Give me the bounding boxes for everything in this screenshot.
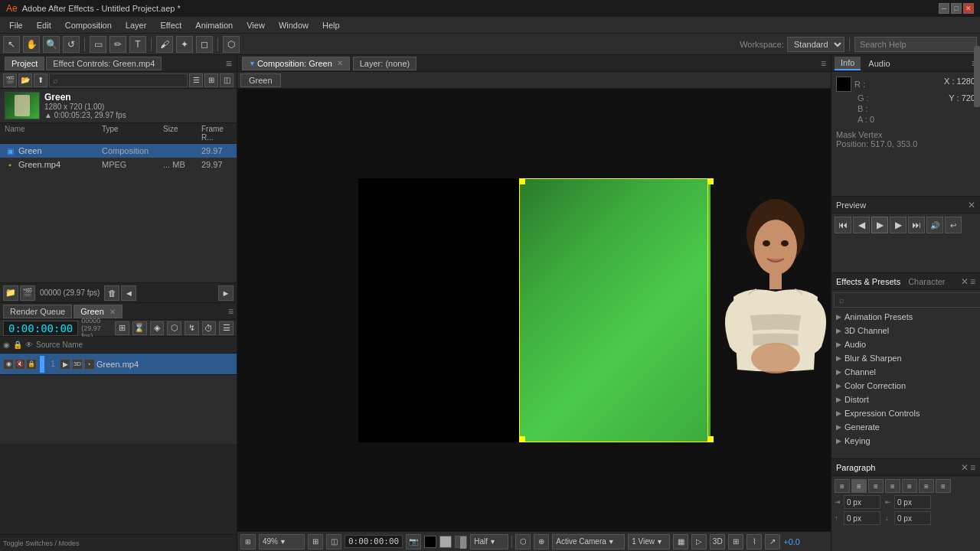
comp-tab-close[interactable]: ✕ xyxy=(337,59,343,67)
tab-effects-presets[interactable]: Effects & Presets xyxy=(836,277,900,286)
comp-panel-menu[interactable]: ≡ xyxy=(821,58,826,69)
menu-edit[interactable]: Edit xyxy=(31,19,57,31)
comp-btn-pixel[interactable]: ⊕ xyxy=(534,534,549,549)
tl-btn-5[interactable]: ↯ xyxy=(185,321,199,335)
layer-expand-icon[interactable]: ▶ xyxy=(60,359,70,370)
tool-select[interactable]: ↖ xyxy=(3,36,20,53)
close-button[interactable]: ✕ xyxy=(963,3,974,14)
tl-btn-1[interactable]: ⊞ xyxy=(115,321,129,335)
tool-clone[interactable]: ✦ xyxy=(176,36,193,53)
effects-scrollbar[interactable] xyxy=(974,273,980,459)
open-folder-button[interactable]: 📂 xyxy=(18,73,32,87)
tool-zoom[interactable]: 🔍 xyxy=(43,36,60,53)
effect-category-blur[interactable]: ▶ Blur & Sharpen xyxy=(831,351,980,365)
tl-btn-7[interactable]: ☰ xyxy=(219,321,234,335)
prev-button[interactable]: ◄ xyxy=(121,285,136,301)
effect-category-color-correction[interactable]: ▶ Color Correction xyxy=(831,379,980,393)
new-folder-button[interactable]: 📁 xyxy=(3,285,18,301)
preview-play-stop[interactable]: ▶ xyxy=(871,217,888,233)
comp-btn-extra[interactable]: ↗ xyxy=(765,534,780,549)
justify-right-button[interactable]: ≡ xyxy=(919,479,934,493)
menu-file[interactable]: File xyxy=(3,19,29,31)
selection-corner-br[interactable] xyxy=(707,436,714,442)
project-search-input[interactable] xyxy=(49,73,188,87)
tab-project[interactable]: Project xyxy=(5,57,44,70)
justify-full-button[interactable]: ≡ xyxy=(936,479,951,493)
tool-hand[interactable]: ✋ xyxy=(23,36,40,53)
menu-view[interactable]: View xyxy=(240,19,271,31)
preview-audio[interactable]: 🔊 xyxy=(926,217,943,233)
camera-select[interactable]: Active Camera ▼ xyxy=(552,534,625,549)
tab-audio[interactable]: Audio xyxy=(862,57,896,70)
effect-category-animation[interactable]: ▶ Animation Presets xyxy=(831,310,980,324)
tool-puppet[interactable]: ⬡ xyxy=(223,36,240,53)
tab-character[interactable]: Character xyxy=(908,277,945,286)
selection-corner-tr[interactable] xyxy=(707,178,714,184)
tab-info[interactable]: Info xyxy=(835,57,861,70)
workspace-select[interactable]: Standard xyxy=(787,37,844,52)
layer-lock-icon[interactable]: 🔒 xyxy=(26,359,37,370)
comp-first-frame[interactable]: ⊞ xyxy=(240,534,256,549)
next-button[interactable]: ► xyxy=(218,285,234,301)
tool-rotate[interactable]: ↺ xyxy=(63,36,80,53)
effect-category-generate[interactable]: ▶ Generate xyxy=(831,420,980,434)
view-select[interactable]: 1 View ▼ xyxy=(628,534,670,549)
comp-btn-transparency[interactable]: ⬡ xyxy=(515,534,531,549)
tab-render-queue[interactable]: Render Queue xyxy=(3,305,72,318)
effects-search-input[interactable] xyxy=(834,292,980,308)
list-item[interactable]: ▪ Green.mp4 MPEG ... MB 29.97 xyxy=(0,158,237,171)
align-left-button[interactable]: ≡ xyxy=(835,479,850,493)
comp-btn-grid2[interactable]: ⊞ xyxy=(728,534,743,549)
timeline-panel-menu[interactable]: ≡ xyxy=(228,306,234,317)
tool-brush[interactable]: 🖌 xyxy=(156,36,173,53)
delete-button[interactable]: 🗑 xyxy=(104,285,119,301)
comp-tab-layer[interactable]: Layer: (none) xyxy=(353,57,416,70)
effects-close-icon[interactable]: ✕ xyxy=(961,276,969,287)
preview-first-frame[interactable]: ⏮ xyxy=(835,217,851,233)
align-center-button[interactable]: ≡ xyxy=(851,479,867,493)
preview-prev-frame[interactable]: ◀ xyxy=(853,217,870,233)
menu-animation[interactable]: Animation xyxy=(189,19,239,31)
layer-solo-icon[interactable]: ◉ xyxy=(3,359,14,370)
justify-left-button[interactable]: ≡ xyxy=(885,479,900,493)
maximize-button[interactable]: □ xyxy=(951,3,962,14)
flow-view-button[interactable]: ◫ xyxy=(220,73,234,87)
space-after-input[interactable] xyxy=(894,511,931,525)
new-comp-button[interactable]: 🎬 xyxy=(20,285,35,301)
import-file-button[interactable]: ⬆ xyxy=(34,73,47,87)
comp-btn-warp[interactable]: ⌇ xyxy=(746,534,762,549)
new-composition-button[interactable]: 🎬 xyxy=(3,73,17,87)
tl-btn-3[interactable]: ◈ xyxy=(150,321,165,335)
right-indent-input[interactable] xyxy=(894,495,931,509)
tab-effect-controls[interactable]: Effect Controls: Green.mp4 xyxy=(46,57,162,70)
comp-btn-mask[interactable]: ◫ xyxy=(326,534,341,549)
justify-center-button[interactable]: ≡ xyxy=(902,479,917,493)
list-item[interactable]: ▣ Green Composition 29.97 xyxy=(0,144,237,158)
selection-corner-bl[interactable] xyxy=(519,436,525,442)
align-right-button[interactable]: ≡ xyxy=(868,479,884,493)
effect-category-channel[interactable]: ▶ Channel xyxy=(831,365,980,379)
comp-name-tab[interactable]: Green xyxy=(240,73,281,87)
effect-category-audio[interactable]: ▶ Audio xyxy=(831,337,980,351)
left-indent-input[interactable] xyxy=(844,495,880,509)
tl-btn-6[interactable]: ⏱ xyxy=(202,321,217,335)
comp-btn-view-layout[interactable]: ▦ xyxy=(673,534,688,549)
paragraph-close-icon[interactable]: ✕ xyxy=(961,462,969,473)
menu-layer[interactable]: Layer xyxy=(119,19,153,31)
comp-btn-grid[interactable]: ⊞ xyxy=(308,534,323,549)
effect-category-expression[interactable]: ▶ Expression Controls xyxy=(831,406,980,420)
search-help-input[interactable] xyxy=(854,37,977,52)
preview-last-frame[interactable]: ⏭ xyxy=(908,217,925,233)
quality-select[interactable]: Half ▼ xyxy=(470,534,508,549)
zoom-select[interactable]: 49% ▼ xyxy=(259,534,305,549)
tool-pen[interactable]: ✏ xyxy=(109,36,126,53)
menu-composition[interactable]: Composition xyxy=(59,19,118,31)
menu-effect[interactable]: Effect xyxy=(154,19,188,31)
tool-text[interactable]: T xyxy=(129,36,146,53)
tool-eraser[interactable]: ◻ xyxy=(196,36,213,53)
selection-corner-tl[interactable] xyxy=(519,178,525,184)
effect-category-3d[interactable]: ▶ 3D Channel xyxy=(831,324,980,337)
tl-btn-4[interactable]: ⬡ xyxy=(167,321,181,335)
comp-btn-snapshot[interactable]: 📷 xyxy=(406,534,421,549)
panel-menu-icon[interactable]: ≡ xyxy=(226,57,232,70)
